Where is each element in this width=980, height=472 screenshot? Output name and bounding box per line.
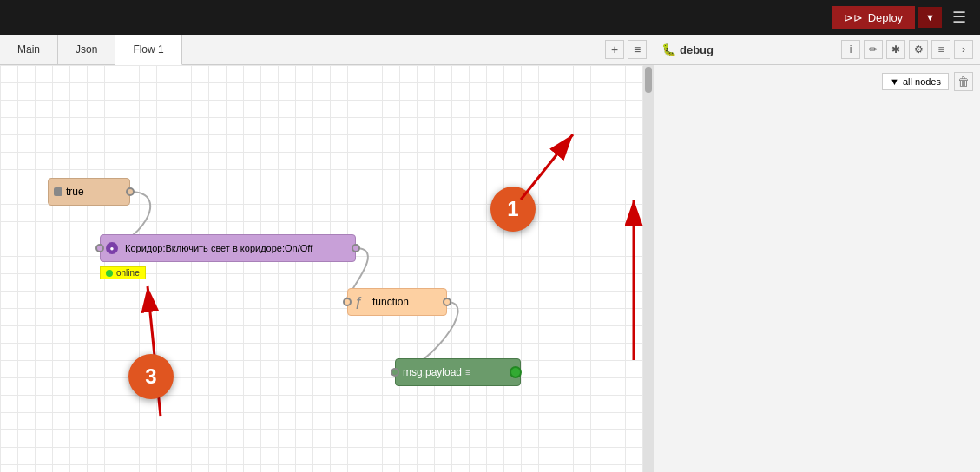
clear-debug-button[interactable]: 🗑: [954, 72, 973, 91]
svg-line-3: [148, 286, 161, 416]
debug-node[interactable]: msg.payload ≡: [395, 358, 521, 386]
topbar: ⊳⊳ Deploy ▼ ☰: [0, 0, 980, 35]
ha-output-port: [352, 244, 360, 252]
status-dot: [106, 270, 113, 277]
debug-menu-button[interactable]: ≡: [931, 40, 950, 59]
inject-node[interactable]: true: [48, 178, 130, 206]
canvas-scrollbar[interactable]: [643, 65, 654, 472]
all-nodes-label: all nodes: [903, 76, 941, 87]
debug-expand-button[interactable]: ›: [954, 40, 973, 59]
debug-tab-icon: 🐛: [661, 43, 676, 56]
tab-json[interactable]: Json: [58, 35, 115, 64]
canvas-scrollbar-thumb: [645, 67, 652, 93]
editor-panel: Main Json Flow 1 + ≡: [0, 35, 654, 472]
ha-node-icon: ●: [106, 242, 118, 254]
deploy-dropdown-button[interactable]: ▼: [918, 7, 942, 28]
hamburger-button[interactable]: ☰: [945, 4, 973, 30]
svg-line-1: [521, 134, 573, 200]
debug-edit-button[interactable]: ✏: [864, 40, 883, 59]
ha-input-port: [95, 244, 104, 252]
debug-list-icon: ≡: [465, 367, 470, 377]
debug-tab-title: 🐛 debug: [661, 43, 714, 56]
function-output-port: [443, 298, 451, 306]
tab-main-label: Main: [17, 43, 40, 56]
debug-settings-button[interactable]: ⚙: [909, 40, 928, 59]
inject-label: true: [66, 186, 84, 198]
debug-panel: 🐛 debug i ✏ ✱ ⚙ ≡ › ▼ all nodes 🗑: [654, 35, 980, 472]
deploy-button[interactable]: ⊳⊳ Deploy: [832, 6, 915, 30]
debug-tab-actions: i ✏ ✱ ⚙ ≡ ›: [841, 40, 973, 59]
debug-info-button[interactable]: i: [841, 40, 860, 59]
filter-icon: ▼: [890, 76, 899, 87]
deploy-icon: ⊳⊳: [844, 11, 863, 24]
tab-flow1[interactable]: Flow 1: [115, 35, 181, 65]
deploy-arrow-icon: ▼: [925, 12, 935, 23]
tab-json-label: Json: [76, 43, 97, 56]
function-node[interactable]: ƒ function: [347, 288, 447, 316]
canvas[interactable]: true ● Коридор:Включить свет в коридоре:…: [0, 65, 654, 472]
ha-node[interactable]: ● Коридор:Включить свет в коридоре:On/Of…: [100, 234, 356, 262]
tab-main[interactable]: Main: [0, 35, 58, 64]
function-input-port: [343, 298, 352, 306]
tab-bar: Main Json Flow 1 + ≡: [0, 35, 654, 65]
hamburger-icon: ☰: [952, 9, 966, 26]
annotation-1: 1: [490, 187, 536, 232]
function-label: function: [372, 296, 409, 308]
ha-status-badge: online: [100, 266, 146, 279]
inject-output-port: [126, 187, 135, 196]
debug-input-port: [391, 368, 399, 377]
debug-extra-button[interactable]: ✱: [886, 40, 905, 59]
add-flow-button[interactable]: +: [605, 40, 624, 59]
flow-menu-button[interactable]: ≡: [628, 40, 647, 59]
main-layout: Main Json Flow 1 + ≡: [0, 35, 980, 472]
all-nodes-button[interactable]: ▼ all nodes: [882, 73, 949, 90]
deploy-label: Deploy: [868, 11, 903, 24]
annotation-arrows: [0, 65, 654, 472]
ha-label: Коридор:Включить свет в коридоре:On/Off: [125, 243, 312, 253]
annotation-1-label: 1: [507, 197, 518, 221]
debug-tab-bar: 🐛 debug i ✏ ✱ ⚙ ≡ ›: [654, 35, 980, 65]
function-icon: ƒ: [355, 295, 362, 309]
wires-svg: [0, 65, 654, 472]
trash-icon: 🗑: [957, 75, 970, 88]
debug-tab-label: debug: [680, 43, 714, 56]
status-label: online: [116, 268, 140, 278]
add-flow-icon: +: [611, 43, 618, 56]
tab-flow1-label: Flow 1: [133, 43, 163, 56]
flow-menu-icon: ≡: [634, 43, 641, 56]
tab-actions: + ≡: [605, 35, 654, 64]
debug-content: ▼ all nodes 🗑: [654, 65, 980, 276]
debug-label: msg.payload: [403, 366, 462, 378]
debug-filter-bar: ▼ all nodes 🗑: [661, 72, 973, 91]
debug-toggle[interactable]: [510, 366, 522, 378]
